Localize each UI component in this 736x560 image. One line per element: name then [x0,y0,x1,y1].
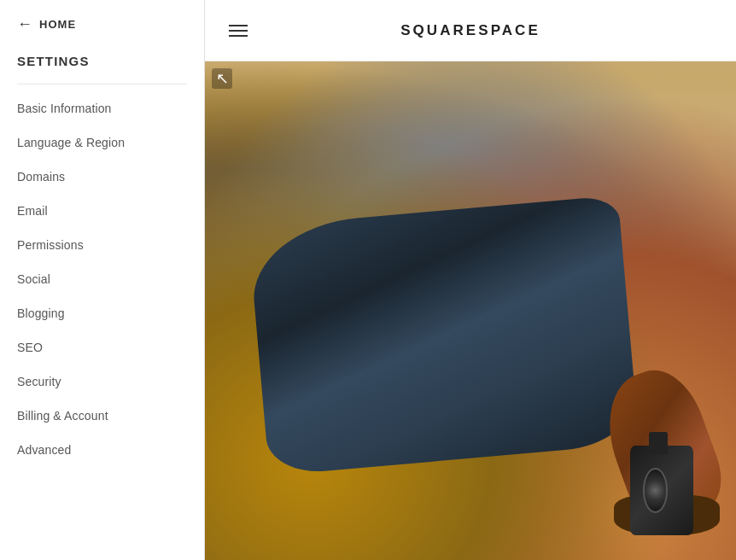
sidebar-item-billing-account[interactable]: Billing & Account [0,399,204,433]
menu-line-1 [229,25,248,26]
person-jeans [248,195,640,476]
sidebar-item-basic-information[interactable]: Basic Information [0,91,204,125]
sidebar-item-social[interactable]: Social [0,262,204,296]
settings-title: SETTINGS [0,42,204,84]
menu-icon[interactable] [229,25,248,37]
hero-photo [205,61,736,560]
back-home-label: HOME [39,18,76,31]
menu-line-3 [229,35,248,37]
sidebar-item-language-region[interactable]: Language & Region [0,125,204,160]
camera-top [649,432,668,454]
sidebar-item-email[interactable]: Email [0,194,204,228]
squarespace-pin-icon[interactable]: ↖ [212,68,232,89]
sidebar-item-security[interactable]: Security [0,365,204,399]
sidebar-item-seo[interactable]: SEO [0,330,204,365]
menu-line-2 [229,30,248,32]
camera-lens [643,468,669,513]
sidebar-item-permissions[interactable]: Permissions [0,228,204,262]
sidebar: ← HOME SETTINGS Basic InformationLanguag… [0,0,205,560]
topbar: SQUARESPACE [205,0,736,61]
hero-image-area: ↖ [205,61,736,560]
back-arrow-icon: ← [17,15,32,33]
sidebar-item-advanced[interactable]: Advanced [0,433,204,467]
main-content: SQUARESPACE ↖ [205,0,736,560]
camera [630,446,694,535]
squarespace-logo: SQUARESPACE [400,22,540,39]
back-home-link[interactable]: ← HOME [0,0,204,42]
sidebar-item-domains[interactable]: Domains [0,160,204,194]
sidebar-item-blogging[interactable]: Blogging [0,296,204,330]
sidebar-navigation: Basic InformationLanguage & RegionDomain… [0,85,204,474]
